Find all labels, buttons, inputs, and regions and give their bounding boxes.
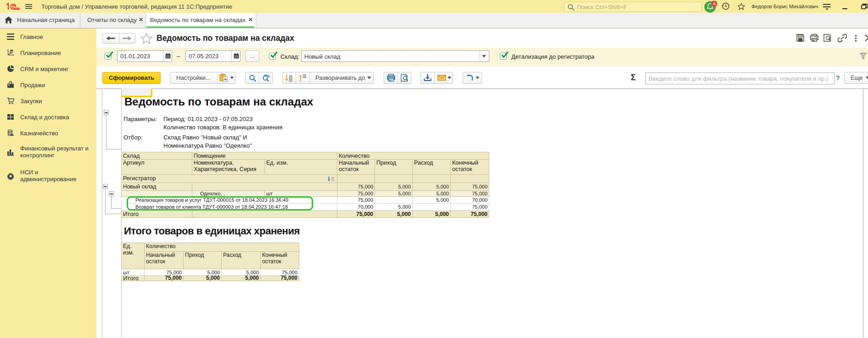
- svg-text:4: 4: [713, 1, 716, 6]
